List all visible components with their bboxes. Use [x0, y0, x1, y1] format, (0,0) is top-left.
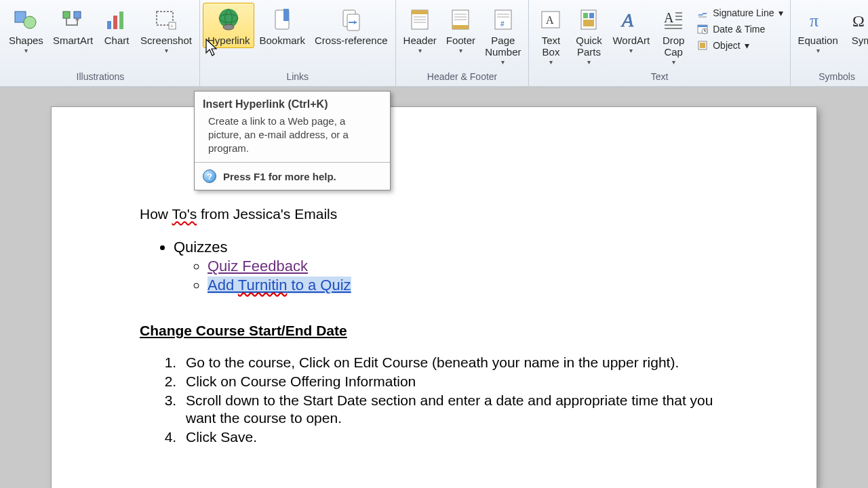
- datetime-button[interactable]: Date & Time: [695, 22, 766, 37]
- quickparts-button[interactable]: Quick Parts ▾: [570, 3, 608, 68]
- group-label-text: Text: [651, 70, 669, 85]
- svg-rect-49: [698, 25, 707, 27]
- group-text: A Text Box ▾ Quick Parts ▾ A WordArt ▾: [529, 0, 790, 86]
- list-item: Quizzes Quiz Feedback Add Turnitin to a …: [174, 239, 728, 294]
- title-part: from Jessica's Emails: [197, 206, 337, 222]
- equation-icon: π: [804, 6, 831, 33]
- dropcap-icon: A: [660, 6, 687, 33]
- hyperlink-button[interactable]: Hyperlink: [203, 3, 255, 48]
- caret-icon: ▾: [459, 47, 462, 54]
- list-item: Click Save.: [180, 428, 728, 446]
- svg-point-1: [24, 16, 36, 28]
- link-part: Add: [208, 277, 238, 293]
- svg-rect-21: [412, 10, 428, 14]
- dropcap-label: Drop Cap: [663, 35, 685, 58]
- signatureline-label: Signature Line: [713, 7, 774, 18]
- svg-text:A: A: [546, 14, 554, 26]
- title-spellcheck: To's: [172, 206, 197, 222]
- object-icon: [696, 39, 709, 52]
- svg-rect-6: [113, 16, 117, 29]
- link-part: to a Quiz: [287, 277, 351, 293]
- hyperlink-tooltip: Insert Hyperlink (Ctrl+K) Create a link …: [194, 91, 391, 190]
- header-button[interactable]: Header ▾: [399, 3, 441, 56]
- equation-button[interactable]: π Equation ▾: [793, 3, 843, 56]
- group-label-links: Links: [286, 70, 309, 85]
- chart-icon: [103, 6, 130, 33]
- symbol-button[interactable]: Ω Sym: [843, 3, 868, 48]
- footer-button[interactable]: Footer ▾: [441, 3, 480, 56]
- caret-icon: ▾: [745, 40, 749, 51]
- textbox-label: Text Box: [542, 35, 561, 58]
- list-item: Scroll down to the Start Date section an…: [180, 392, 728, 427]
- smartart-label: SmartArt: [53, 35, 93, 46]
- svg-rect-7: [119, 12, 123, 29]
- datetime-icon: [696, 23, 709, 35]
- tooltip-title: Insert Hyperlink (Ctrl+K): [195, 92, 390, 115]
- help-icon: ?: [203, 169, 216, 183]
- section-heading: Change Course Start/End Date: [140, 323, 728, 339]
- svg-rect-39: [583, 20, 594, 26]
- symbol-icon: Ω: [848, 6, 868, 33]
- screenshot-icon: +: [153, 6, 180, 33]
- signatureline-button[interactable]: Signature Line ▾: [695, 5, 784, 20]
- svg-text:+: +: [170, 23, 174, 29]
- symbol-label: Sym: [852, 35, 868, 46]
- link-spellcheck: Turnitin: [238, 277, 288, 293]
- list-item: Click on Course Offering Information: [180, 373, 728, 390]
- datetime-label: Date & Time: [713, 24, 765, 35]
- smartart-icon: [59, 6, 86, 33]
- title-part: How: [140, 206, 172, 222]
- smartart-button[interactable]: SmartArt: [48, 3, 98, 48]
- caret-icon: ▾: [549, 58, 553, 66]
- pagenumber-button[interactable]: # Page Number ▾: [480, 3, 526, 68]
- header-icon: [406, 6, 433, 33]
- wordart-button[interactable]: A WordArt ▾: [608, 3, 654, 56]
- chart-button[interactable]: Chart: [98, 3, 136, 48]
- list-item: Quiz Feedback: [208, 258, 728, 275]
- hyperlink-quiz-feedback[interactable]: Quiz Feedback: [208, 258, 308, 274]
- caret-icon: ▾: [24, 47, 28, 54]
- textbox-icon: A: [537, 6, 564, 33]
- footer-label: Footer: [446, 35, 475, 46]
- crossreference-button[interactable]: Cross-reference: [310, 3, 393, 48]
- group-label-illustrations: Illustrations: [77, 70, 125, 85]
- screenshot-label: Screenshot: [140, 35, 192, 46]
- hyperlink-add-turnitin[interactable]: Add Turnitin to a Quiz: [208, 277, 351, 293]
- header-label: Header: [403, 35, 437, 46]
- quickparts-label: Quick Parts: [576, 35, 601, 58]
- wordart-icon: A: [618, 6, 645, 33]
- svg-text:Ω: Ω: [852, 12, 865, 30]
- caret-icon: ▾: [501, 58, 505, 66]
- screenshot-button[interactable]: + Screenshot ▾: [136, 3, 197, 56]
- crossreference-icon: [338, 6, 365, 33]
- svg-text:A: A: [664, 10, 674, 25]
- shapes-button[interactable]: Shapes ▾: [4, 3, 48, 56]
- textbox-button[interactable]: A Text Box ▾: [532, 3, 570, 68]
- pagenumber-icon: #: [490, 6, 517, 33]
- dropcap-button[interactable]: A Drop Cap ▾: [654, 3, 692, 68]
- svg-rect-26: [452, 25, 469, 29]
- bookmark-button[interactable]: Bookmark: [254, 3, 310, 48]
- svg-rect-54: [700, 43, 705, 48]
- svg-text:π: π: [810, 11, 818, 30]
- bookmark-label: Bookmark: [259, 35, 305, 46]
- group-symbols: π Equation ▾ Ω Sym Symbols: [791, 0, 868, 86]
- list-item: Add Turnitin to a Quiz: [208, 277, 728, 294]
- object-button[interactable]: Object ▾: [695, 38, 750, 53]
- svg-point-13: [223, 24, 234, 30]
- bookmark-icon: [269, 6, 296, 33]
- ribbon: Shapes ▾ SmartArt Chart + Screenshot: [0, 0, 868, 87]
- tooltip-body: Create a link to a Web page, a picture, …: [195, 115, 390, 163]
- list-item: Go to the course, Click on Edit Course (…: [180, 354, 728, 371]
- document-page[interactable]: How To's from Jessica's Emails Quizzes Q…: [52, 107, 816, 488]
- document-title: How To's from Jessica's Emails: [140, 206, 728, 222]
- wordart-label: WordArt: [612, 35, 650, 46]
- object-label: Object: [713, 40, 740, 51]
- group-headerfooter: Header ▾ Footer ▾ # Page Number ▾ Header…: [396, 0, 530, 86]
- group-label-symbols: Symbols: [818, 70, 855, 85]
- caret-icon: ▾: [778, 7, 783, 18]
- group-links: Hyperlink Bookmark Cross-reference Links: [200, 0, 396, 86]
- caret-icon: ▾: [418, 47, 422, 54]
- quickparts-icon: [575, 6, 602, 33]
- caret-icon: ▾: [587, 58, 591, 66]
